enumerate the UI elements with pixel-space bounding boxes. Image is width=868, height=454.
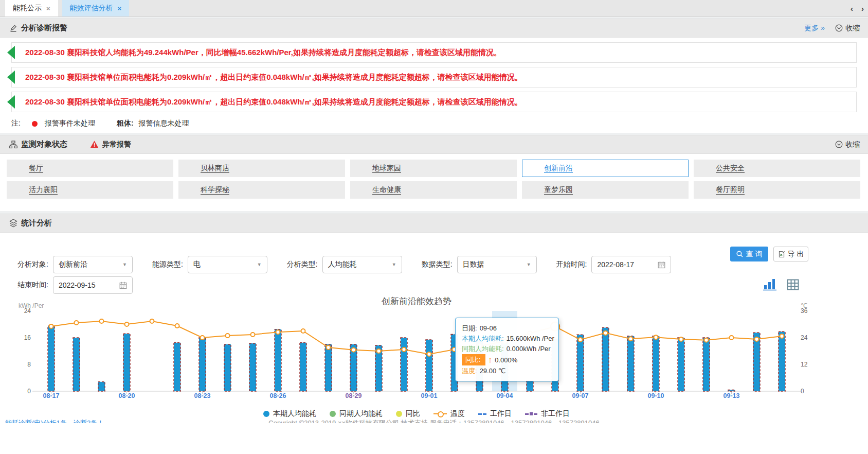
zone-label: 贝林商店	[201, 164, 229, 173]
calendar-icon	[658, 261, 665, 269]
alert-message[interactable]: 2022-08-30 襄阳科技馆单位面积电能耗为0.209kWh/㎡，超出日约束…	[11, 92, 857, 112]
legend-item[interactable]: 同期人均能耗	[330, 409, 383, 418]
line-marker	[604, 331, 608, 335]
zone-button[interactable]: 生命健康	[350, 181, 517, 199]
tabs-scroll-left-icon[interactable]: ‹	[851, 4, 853, 13]
legend-item[interactable]: 同比	[396, 409, 420, 418]
chevron-down-circle-icon	[835, 24, 843, 32]
tab-efficiency-analysis[interactable]: 能效评估分析 ×	[62, 0, 130, 16]
select-dropdown[interactable]: 人均能耗▼	[322, 256, 402, 273]
stats-panel-header: 统计分析	[0, 214, 868, 233]
legend-circle-marker	[330, 411, 336, 417]
bar-本期人均能耗	[123, 334, 130, 391]
filter-value: 电	[193, 260, 201, 269]
zone-button[interactable]: 餐厅	[7, 160, 173, 177]
line-marker	[201, 336, 205, 340]
legend-circle-marker	[396, 411, 402, 417]
collapse-button[interactable]: 收缩	[835, 24, 860, 33]
export-button[interactable]: 导 出	[773, 247, 808, 261]
select-dropdown[interactable]: 电▼	[188, 256, 267, 273]
zone-button-grid: 餐厅贝林商店地球家园创新前沿公共安全活力襄阳科学探秘生命健康童梦乐园餐厅照明	[7, 160, 860, 199]
tabs-scroll-right-icon[interactable]: ›	[861, 4, 864, 13]
legend-label: 本期人均能耗	[273, 409, 316, 418]
alert-text: 2022-08-30 襄阳科技馆人均能耗为49.244kWh/Per，同比增幅4…	[25, 48, 501, 58]
select-dropdown[interactable]: 创新前沿▼	[53, 256, 133, 273]
zone-button[interactable]: 童梦乐园	[522, 181, 689, 199]
line-marker	[780, 334, 784, 338]
filter-label: 分析类型:	[287, 260, 318, 269]
zone-label: 生命健康	[372, 185, 401, 195]
line-marker	[352, 348, 356, 352]
table-view-icon[interactable]	[787, 278, 799, 291]
zone-button[interactable]: 创新前沿	[522, 160, 689, 177]
select-dropdown[interactable]: 日数据▼	[457, 256, 537, 273]
line-marker	[578, 338, 583, 342]
bar-本期人均能耗	[325, 344, 332, 391]
line-marker	[629, 337, 633, 341]
filter-row-2: 结束时间:2022-09-15	[17, 276, 133, 294]
panel-title: 分析诊断报警	[21, 23, 67, 33]
chart-text: 0	[27, 388, 31, 395]
collapse-button[interactable]: 收缩	[835, 140, 860, 149]
bar-本期人均能耗	[602, 328, 609, 392]
date-input[interactable]: 2022-08-17	[591, 256, 671, 273]
tooltip-current-value: 15.600kWh /Per	[507, 334, 554, 343]
energy-trend-chart[interactable]: kWh /Per℃081624012243608-1708-2008-2308-…	[0, 301, 868, 409]
up-arrow-icon: ↑	[488, 356, 493, 364]
footer: 能耗诊断(电)分析1条，诊断2条！ Copyright ©2013-2019 ×…	[0, 418, 868, 423]
zone-button[interactable]: 地球家园	[350, 160, 517, 177]
zone-button[interactable]: 餐厅照明	[694, 181, 860, 199]
zone-button[interactable]: 科学探秘	[178, 181, 345, 199]
legend-item[interactable]: 非工作日	[525, 409, 570, 418]
zone-label: 餐厅	[29, 164, 43, 173]
bar-本期人均能耗	[728, 390, 735, 391]
chart-text: 8	[27, 361, 31, 368]
alert-legend-note: 注: 报警事件未处理 粗体: 报警信息未处理	[11, 119, 189, 128]
chart-tooltip: 日期: 09-06 本期人均能耗: 15.600kWh /Per 同期人均能耗:…	[455, 318, 559, 381]
footer-link[interactable]: 能耗诊断(电)分析1条，诊断2条！	[5, 418, 104, 423]
legend-item[interactable]: 温度	[433, 409, 465, 418]
query-button[interactable]: 查 询	[730, 247, 768, 261]
line-marker	[49, 324, 53, 328]
more-link[interactable]: 更多 »	[804, 24, 825, 33]
chart-legend: 本期人均能耗同期人均能耗同比温度工作日非工作日	[0, 409, 833, 418]
legend-item[interactable]: 本期人均能耗	[263, 409, 316, 418]
bar-本期人均能耗	[174, 343, 180, 391]
bar-本期人均能耗	[426, 340, 432, 391]
panel-title: 监测对象状态	[21, 139, 67, 149]
bar-本期人均能耗	[527, 381, 533, 392]
legend-label: 工作日	[490, 409, 512, 418]
tooltip-ratio-badge: 同比:	[462, 354, 485, 365]
alert-marker-icon	[7, 46, 15, 59]
chart-text: 24	[24, 307, 31, 315]
bar-本期人均能耗	[48, 326, 55, 391]
tooltip-temp-value: 29.00 ℃	[480, 366, 506, 376]
filter-label: 数据类型:	[422, 260, 453, 269]
abnormal-alarm-indicator[interactable]: 异常报警	[90, 140, 131, 149]
filter-value: 2022-08-17	[597, 260, 634, 269]
tab-energy-publicity[interactable]: 能耗公示 ×	[5, 0, 58, 16]
layers-icon	[9, 219, 17, 228]
footer-copyright: Copyright ©2013-2019 ××软件科技有限公司 技术支持·服务电…	[0, 418, 868, 423]
alert-message[interactable]: 2022-08-30 襄阳科技馆人均能耗为49.244kWh/Per，同比增幅4…	[11, 42, 857, 63]
close-icon[interactable]: ×	[46, 5, 50, 12]
collapse-label: 收缩	[845, 24, 860, 33]
tooltip-previous-label: 同期人均能耗:	[462, 344, 504, 354]
bar-chart-view-icon[interactable]	[763, 278, 776, 291]
bar-本期人均能耗	[275, 329, 281, 391]
close-icon[interactable]: ×	[118, 5, 122, 12]
zone-button[interactable]: 公共安全	[694, 160, 860, 177]
legend-item[interactable]: 工作日	[478, 409, 512, 418]
tooltip-current-label: 本期人均能耗:	[462, 334, 504, 343]
line-marker	[100, 319, 104, 323]
zone-button[interactable]: 活力襄阳	[7, 181, 173, 199]
alert-message[interactable]: 2022-08-30 襄阳科技馆单位面积电能耗为0.209kWh/㎡，超出日约束…	[11, 67, 857, 88]
line-marker	[755, 337, 759, 341]
bar-本期人均能耗	[199, 338, 206, 391]
tab-label: 能效评估分析	[70, 4, 113, 13]
zone-label: 公共安全	[716, 164, 745, 173]
date-input[interactable]: 2022-09-15	[53, 276, 133, 294]
warning-triangle-icon	[90, 141, 99, 148]
zone-button[interactable]: 贝林商店	[178, 160, 345, 177]
note-prefix: 注:	[11, 119, 21, 128]
